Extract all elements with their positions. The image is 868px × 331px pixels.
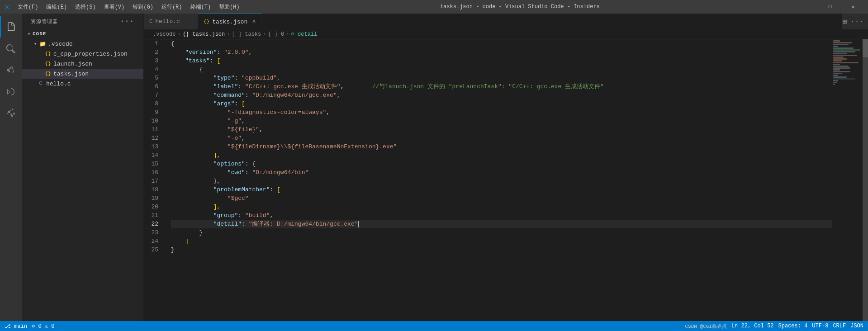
tree-root-code[interactable]: ▾ CODE <box>22 29 143 39</box>
vscode-folder-icon: 📁 <box>39 40 46 47</box>
tree-item-c-cpp-props[interactable]: {} c_cpp_properties.json <box>22 49 143 59</box>
code-line-10: "-g", <box>171 117 832 125</box>
breadcrumb-tasks-array[interactable]: [ ] tasks <box>232 31 261 38</box>
breadcrumb-tasks-json[interactable]: {} tasks.json <box>183 31 225 38</box>
menu-help[interactable]: 帮助(H) <box>215 2 243 12</box>
breadcrumb-sep4: › <box>286 31 289 38</box>
activity-extensions[interactable] <box>0 103 22 124</box>
breadcrumb: .vscode › {} tasks.json › [ ] tasks › { … <box>144 29 868 39</box>
sidebar-header: 资源管理器 ··· <box>22 14 143 29</box>
code-line-1: { <box>171 39 832 48</box>
code-line-23: } <box>171 228 832 237</box>
editor-area: C hello.c {} tasks.json × ⊞ ··· .vscode … <box>144 14 868 321</box>
tree-item-tasks[interactable]: {} tasks.json <box>22 69 143 79</box>
close-button[interactable]: ✕ <box>843 0 863 14</box>
window-controls: ― □ ✕ <box>797 0 863 14</box>
status-left: ⎇ main ⊘ 0 ⚠ 0 <box>5 323 54 330</box>
menu-run[interactable]: 运行(R) <box>158 2 186 12</box>
more-actions-icon[interactable]: ··· <box>849 17 864 27</box>
titlebar: ✕ 文件(F) 编辑(E) 选择(S) 查看(V) 转到(G) 运行(R) 终端… <box>0 0 868 14</box>
menu-terminal[interactable]: 终端(T) <box>187 2 215 12</box>
activity-source-control[interactable] <box>0 59 22 81</box>
tabs-right: ⊞ ··· <box>842 14 868 29</box>
line-num-20: 20 <box>144 203 162 211</box>
tab-tasks-json-icon: {} <box>204 19 209 24</box>
line-num-25: 25 <box>144 246 162 254</box>
tree-label-tasks: tasks.json <box>53 71 89 77</box>
activity-run[interactable] <box>0 81 22 103</box>
code-line-16: "cwd": "D:/mingw64/bin" <box>171 168 832 177</box>
code-line-18: "problemMatcher": [ <box>171 185 832 194</box>
code-editor[interactable]: { "version": "2.0.0", "tasks": [ { "type… <box>166 39 832 321</box>
code-line-12: "-o", <box>171 134 832 142</box>
tab-hello-c-icon: C <box>149 19 152 25</box>
statusbar: ⎇ main ⊘ 0 ⚠ 0 CSDN @CGI临界点 Ln 22, Col 5… <box>0 321 868 331</box>
breadcrumb-zero[interactable]: { } 0 <box>268 31 284 38</box>
minimize-button[interactable]: ― <box>797 0 817 14</box>
tree-item-vscode[interactable]: ▾ 📁 .vscode <box>22 39 143 49</box>
line-num-16: 16 <box>144 168 162 177</box>
line-num-15: 15 <box>144 160 162 168</box>
line-num-12: 12 <box>144 134 162 142</box>
tab-tasks-json-close[interactable]: × <box>252 18 256 25</box>
code-line-4: { <box>171 65 832 74</box>
code-line-25: } <box>171 246 832 254</box>
minimap-scrollbar[interactable] <box>863 39 868 57</box>
file-tree: ▾ CODE ▾ 📁 .vscode {} c_cpp_properties.j… <box>22 29 143 89</box>
code-line-20: ], <box>171 203 832 211</box>
code-line-14: ], <box>171 151 832 160</box>
tree-label-launch: launch.json <box>53 61 92 67</box>
tab-tasks-json-label: tasks.json <box>212 19 247 25</box>
hello-c-icon: C <box>37 80 44 87</box>
breadcrumb-sep2: › <box>227 31 230 38</box>
tab-hello-c-label: hello.c <box>155 18 180 25</box>
tabs-left: C hello.c {} tasks.json × <box>144 14 262 29</box>
tree-item-hello-c[interactable]: C hello.c <box>22 79 143 89</box>
minimap-viewport <box>863 39 868 321</box>
code-line-8: "args": [ <box>171 99 832 108</box>
sidebar-title: 资源管理器 <box>31 18 58 25</box>
tabs-row: C hello.c {} tasks.json × ⊞ ··· <box>144 14 868 29</box>
editor-content[interactable]: 1 2 3 4 5 6 7 8 9 10 11 12 13 14 15 16 1… <box>144 39 868 321</box>
line-num-8: 8 <box>144 99 162 108</box>
line-num-1: 1 <box>144 39 162 48</box>
breadcrumb-sep3: › <box>263 31 266 38</box>
breadcrumb-vscode[interactable]: .vscode <box>153 31 175 38</box>
line-num-13: 13 <box>144 142 162 151</box>
activity-explorer[interactable] <box>0 16 22 38</box>
tree-root-label: CODE <box>33 31 46 37</box>
line-num-21: 21 <box>144 211 162 220</box>
tasks-json-icon: {} <box>44 70 52 77</box>
tab-tasks-json[interactable]: {} tasks.json × <box>198 14 262 29</box>
status-branch[interactable]: ⎇ main <box>5 323 27 330</box>
tree-arrow-tasks <box>39 70 44 77</box>
status-errors[interactable]: ⊘ 0 ⚠ 0 <box>32 323 54 330</box>
status-encoding[interactable]: UTF-8 <box>812 323 828 329</box>
status-ln-col[interactable]: Ln 22, Col 52 <box>731 323 774 329</box>
menu-select[interactable]: 选择(S) <box>71 2 100 12</box>
menu-goto[interactable]: 转到(G) <box>129 2 157 12</box>
split-editor-icon[interactable]: ⊞ <box>842 16 848 27</box>
maximize-button[interactable]: □ <box>820 0 840 14</box>
status-eol[interactable]: CRLF <box>833 323 846 329</box>
tree-arrow-vscode: ▾ <box>32 40 39 47</box>
line-numbers: 1 2 3 4 5 6 7 8 9 10 11 12 13 14 15 16 1… <box>144 39 166 321</box>
breadcrumb-detail[interactable]: ⊙ detail <box>291 31 318 38</box>
main-layout: 资源管理器 ··· ▾ CODE ▾ 📁 .vscode {} c_cpp_pr… <box>0 14 868 321</box>
status-language[interactable]: JSON <box>850 323 863 329</box>
line-num-22: 22 <box>144 220 162 228</box>
menu-view[interactable]: 查看(V) <box>100 2 128 12</box>
status-spaces[interactable]: Spaces: 4 <box>778 323 808 329</box>
sidebar-more-button[interactable]: ··· <box>120 17 134 25</box>
line-num-24: 24 <box>144 237 162 246</box>
activity-search[interactable] <box>0 38 22 59</box>
tree-arrow-hello <box>32 80 37 87</box>
titlebar-left: ✕ 文件(F) 编辑(E) 选择(S) 查看(V) 转到(G) 运行(R) 终端… <box>5 2 243 12</box>
line-num-2: 2 <box>144 48 162 57</box>
code-line-9: "-fdiagnostics-color=always", <box>171 108 832 117</box>
menu-edit[interactable]: 编辑(E) <box>43 2 71 12</box>
tab-hello-c[interactable]: C hello.c <box>144 14 198 29</box>
tree-item-launch[interactable]: {} launch.json <box>22 59 143 69</box>
menu-file[interactable]: 文件(F) <box>14 2 42 12</box>
c-cpp-json-icon: {} <box>44 50 52 57</box>
